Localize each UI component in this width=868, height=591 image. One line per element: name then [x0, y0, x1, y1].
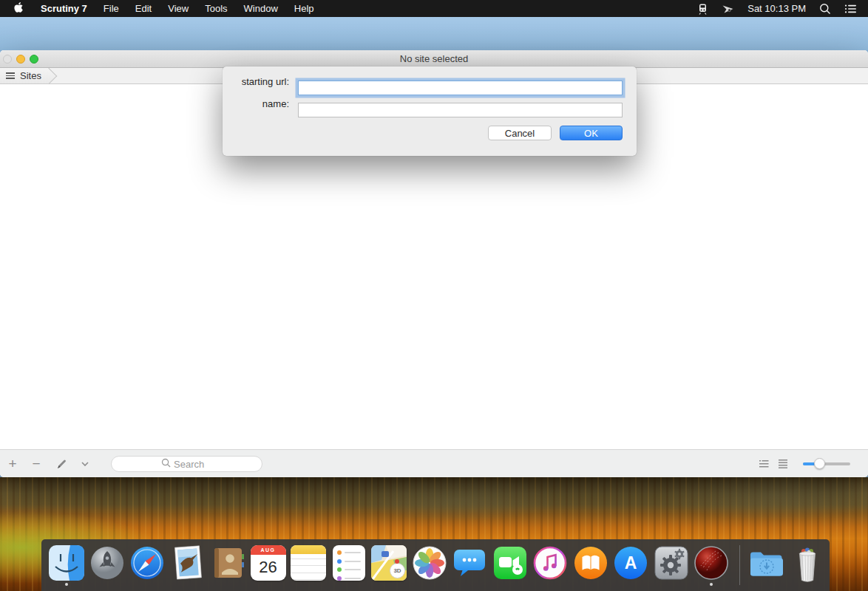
dock-icon-finder[interactable]: [49, 545, 85, 587]
starting-url-input[interactable]: [298, 81, 623, 95]
dock-icon-itunes[interactable]: [532, 545, 569, 587]
maps-pin: [395, 559, 399, 564]
name-input[interactable]: [298, 103, 623, 117]
dock-icon-notes[interactable]: [291, 545, 327, 587]
calendar-day: 26: [251, 555, 286, 579]
cancel-button[interactable]: Cancel: [488, 126, 552, 140]
desktop-wallpaper-sky: [0, 17, 868, 50]
dock-icon-scrutiny[interactable]: [694, 545, 730, 587]
dock-icon-facetime[interactable]: [492, 545, 529, 587]
zoom-slider[interactable]: [803, 462, 850, 465]
menu-tools[interactable]: Tools: [197, 3, 235, 14]
menu-window[interactable]: Window: [236, 3, 286, 14]
menu-bar: Scrutiny 7 File Edit View Tools Window H…: [0, 0, 868, 17]
dock-icon-messages[interactable]: [452, 545, 488, 587]
hamburger-icon: [6, 72, 15, 79]
running-indicator: [710, 583, 713, 586]
dock-icon-calendar[interactable]: AUG 26: [251, 545, 287, 587]
dock-icon-contacts[interactable]: [210, 545, 246, 587]
new-site-dialog: starting url: name: Cancel OK: [223, 66, 637, 156]
app-menu-title[interactable]: Scrutiny 7: [33, 3, 95, 14]
chevron-down-icon[interactable]: [77, 450, 93, 477]
breadcrumb-label: Sites: [20, 70, 41, 81]
dock-icon-downloads[interactable]: [749, 545, 785, 587]
starting-url-label: starting url:: [235, 76, 289, 87]
remove-site-button[interactable]: −: [28, 450, 44, 477]
flat-view-icon[interactable]: [775, 450, 791, 477]
name-label: name:: [235, 98, 289, 109]
running-indicator: [65, 583, 68, 586]
add-site-button[interactable]: +: [4, 450, 21, 477]
train-icon[interactable]: [691, 3, 715, 15]
dock-icon-launchpad[interactable]: [89, 545, 126, 587]
app-store-letter: A: [625, 553, 637, 573]
search-icon: [161, 457, 171, 471]
zoom-button[interactable]: [30, 55, 38, 64]
menu-bar-clock[interactable]: Sat 10:13 PM: [741, 3, 813, 14]
dock-icon-trash[interactable]: [790, 545, 826, 587]
calendar-month: AUG: [251, 545, 286, 555]
hierarchy-view-icon[interactable]: [756, 450, 772, 477]
breadcrumb-sites[interactable]: Sites: [0, 68, 49, 83]
menu-file[interactable]: File: [95, 3, 127, 14]
dock-icon-app-store[interactable]: A: [613, 545, 649, 587]
paper-plane-icon[interactable]: [715, 3, 741, 15]
search-input[interactable]: [174, 459, 212, 470]
dock-icon-reminders[interactable]: [331, 545, 367, 587]
apple-logo-icon: [13, 1, 24, 16]
search-field[interactable]: [111, 456, 262, 472]
ok-button[interactable]: OK: [560, 126, 623, 140]
menu-view[interactable]: View: [160, 3, 197, 14]
close-button[interactable]: [3, 55, 12, 64]
edit-pencil-icon[interactable]: [52, 450, 71, 477]
dock: AUG 26 3D A: [41, 539, 830, 591]
maps-3d-badge: 3D: [390, 563, 405, 578]
apple-menu[interactable]: [4, 1, 33, 16]
window-title: No site selected: [400, 53, 469, 64]
window-title-bar[interactable]: No site selected: [0, 50, 868, 68]
slider-thumb[interactable]: [814, 458, 825, 469]
spotlight-search-icon[interactable]: [813, 3, 838, 15]
dock-icon-safari[interactable]: [129, 545, 166, 587]
dock-icon-maps[interactable]: 3D: [371, 545, 407, 587]
dock-icon-photos[interactable]: [412, 545, 448, 587]
dock-icon-mail[interactable]: [170, 545, 206, 587]
bottom-toolbar: + −: [0, 449, 868, 477]
notification-center-icon[interactable]: [838, 4, 864, 14]
dock-separator: [739, 545, 740, 585]
minimize-button[interactable]: [16, 55, 25, 64]
menu-edit[interactable]: Edit: [127, 3, 160, 14]
dock-icon-system-preferences[interactable]: [654, 545, 690, 587]
dock-icon-ibooks[interactable]: [573, 545, 609, 587]
menu-help[interactable]: Help: [286, 3, 322, 14]
